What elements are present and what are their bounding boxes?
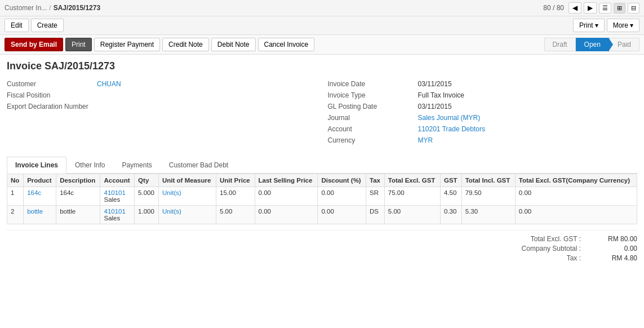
journal-value[interactable]: Sales Journal (MYR) [418, 114, 481, 122]
table-row[interactable]: 2 bottle bottle 410101Sales 1.000 Unit(s… [7, 206, 637, 224]
invoice-date-row: Invoice Date 03/11/2015 [328, 80, 638, 88]
list-view-button[interactable]: ☰ [599, 3, 611, 14]
col-gst: GST [441, 174, 462, 187]
col-unit-price: Unit Price [216, 174, 255, 187]
account-link[interactable]: 410101 [104, 189, 125, 196]
currency-label: Currency [328, 136, 418, 144]
more-dropdown-button[interactable]: More ▾ [607, 19, 639, 32]
gl-posting-date-label: GL Posting Date [328, 103, 418, 110]
status-draft[interactable]: Draft [544, 38, 576, 51]
status-open-label: Open [584, 41, 601, 48]
col-discount: Discount (%) [318, 174, 366, 187]
cell-account: 410101Sales [100, 187, 135, 206]
tax-label: Tax : [502, 254, 581, 262]
total-excl-gst-label: Total Excl. GST : [502, 235, 581, 243]
invoice-title: Invoice SAJ/2015/1273 [7, 60, 637, 72]
cell-discount: 0.00 [318, 206, 366, 224]
invoice-type-label: Invoice Type [328, 91, 418, 99]
breadcrumb-separator: / [49, 4, 51, 12]
total-excl-gst-value: RM 80.00 [592, 235, 637, 243]
tab-other-info[interactable]: Other Info [66, 157, 113, 174]
product-link[interactable]: bottle [27, 208, 43, 215]
company-subtotal-label: Company Subtotal : [502, 245, 581, 252]
grid-view-button[interactable]: ⊞ [614, 3, 625, 14]
col-total-incl-gst: Total Incl. GST [461, 174, 515, 187]
print-dropdown-arrow: ▾ [595, 21, 598, 29]
table-header-row: No Product Description Account Qty Unit … [7, 174, 637, 187]
export-declaration-label: Export Declaration Number [7, 103, 97, 110]
nav-count: 80 / 80 [543, 4, 564, 12]
tax-row: Tax : RM 4.80 [502, 254, 637, 262]
create-button[interactable]: Create [31, 19, 64, 32]
nav-next-button[interactable]: ▶ [584, 2, 597, 14]
col-product: Product [24, 174, 56, 187]
table-row[interactable]: 1 164c 164c 410101Sales 5.000 Unit(s) 15… [7, 187, 637, 206]
send-email-button[interactable]: Send by Email [5, 38, 63, 51]
tab-customer-bad-debt[interactable]: Customer Bad Debt [161, 157, 237, 174]
page-content: Invoice SAJ/2015/1273 Customer CHUAN Fis… [0, 55, 644, 269]
cell-gst: 0.30 [441, 206, 462, 224]
credit-note-button[interactable]: Credit Note [162, 38, 209, 51]
tab-invoice-lines[interactable]: Invoice Lines [7, 157, 66, 174]
debit-note-button[interactable]: Debit Note [211, 38, 256, 51]
unit-link[interactable]: Unit(s) [162, 189, 181, 196]
account-link[interactable]: 410101 [104, 208, 125, 215]
info-section: Customer CHUAN Fiscal Position Export De… [7, 80, 637, 148]
col-account: Account [100, 174, 135, 187]
company-subtotal-value: 0.00 [592, 245, 637, 252]
action-bar-left: Send by Email Print Register Payment Cre… [5, 38, 314, 51]
cell-product: 164c [24, 187, 56, 206]
cell-tax: DS [366, 206, 385, 224]
unit-link[interactable]: Unit(s) [162, 208, 181, 215]
tab-payments[interactable]: Payments [113, 157, 160, 174]
journal-label: Journal [328, 114, 418, 122]
journal-row: Journal Sales Journal (MYR) [328, 114, 638, 122]
currency-row: Currency MYR [328, 136, 638, 144]
breadcrumb-parent[interactable]: Customer In... [5, 4, 47, 12]
edit-button[interactable]: Edit [5, 19, 29, 32]
tax-value: RM 4.80 [592, 254, 637, 262]
cell-unit-of-measure: Unit(s) [159, 206, 216, 224]
breadcrumb-bar: Customer In... / SAJ/2015/1273 80 / 80 ◀… [0, 0, 644, 16]
status-paid[interactable]: Paid [609, 38, 639, 51]
cell-last-selling-price: 0.00 [255, 187, 318, 206]
cell-last-selling-price: 0.00 [255, 206, 318, 224]
total-excl-gst-row: Total Excl. GST : RM 80.00 [502, 235, 637, 243]
other-view-button[interactable]: ⊟ [628, 3, 639, 14]
print-dropdown-button[interactable]: Print ▾ [573, 19, 605, 32]
info-left: Customer CHUAN Fiscal Position Export De… [7, 80, 317, 148]
product-link[interactable]: 164c [27, 189, 41, 196]
col-tax: Tax [366, 174, 385, 187]
cell-no: 1 [7, 187, 24, 206]
info-right: Invoice Date 03/11/2015 Invoice Type Ful… [328, 80, 638, 148]
cell-unit-price: 5.00 [216, 206, 255, 224]
status-open[interactable]: Open [576, 38, 609, 51]
tabs-bar: Invoice Lines Other Info Payments Custom… [7, 157, 637, 174]
customer-label: Customer [7, 80, 97, 88]
cell-total-incl-gst: 79.50 [461, 187, 515, 206]
company-subtotal-row: Company Subtotal : 0.00 [502, 245, 637, 252]
currency-value[interactable]: MYR [418, 136, 433, 144]
cancel-invoice-button[interactable]: Cancel Invoice [258, 38, 315, 51]
export-declaration-row: Export Declaration Number [7, 103, 317, 110]
customer-value[interactable]: CHUAN [97, 80, 121, 88]
cell-gst: 4.50 [441, 187, 462, 206]
edit-toolbar: Edit Create Print ▾ More ▾ [0, 16, 644, 35]
nav-prev-button[interactable]: ◀ [569, 2, 581, 14]
cell-no: 2 [7, 206, 24, 224]
print-dropdown-label: Print [579, 21, 593, 29]
gl-posting-date-value: 03/11/2015 [418, 103, 452, 110]
cell-product: bottle [24, 206, 56, 224]
more-dropdown-arrow: ▾ [630, 21, 633, 29]
col-unit-of-measure: Unit of Measure [159, 174, 216, 187]
print-button[interactable]: Print [65, 38, 92, 51]
invoice-type-value: Full Tax Invoice [418, 91, 464, 99]
account-value[interactable]: 110201 Trade Debtors [418, 125, 485, 133]
cell-total-incl-gst: 5.30 [461, 206, 515, 224]
cell-tax: SR [366, 187, 385, 206]
col-qty: Qty [135, 174, 159, 187]
register-payment-button[interactable]: Register Payment [94, 38, 160, 51]
status-paid-label: Paid [618, 41, 631, 48]
cell-unit-of-measure: Unit(s) [159, 187, 216, 206]
cell-total-excl-gst: 5.00 [384, 206, 440, 224]
